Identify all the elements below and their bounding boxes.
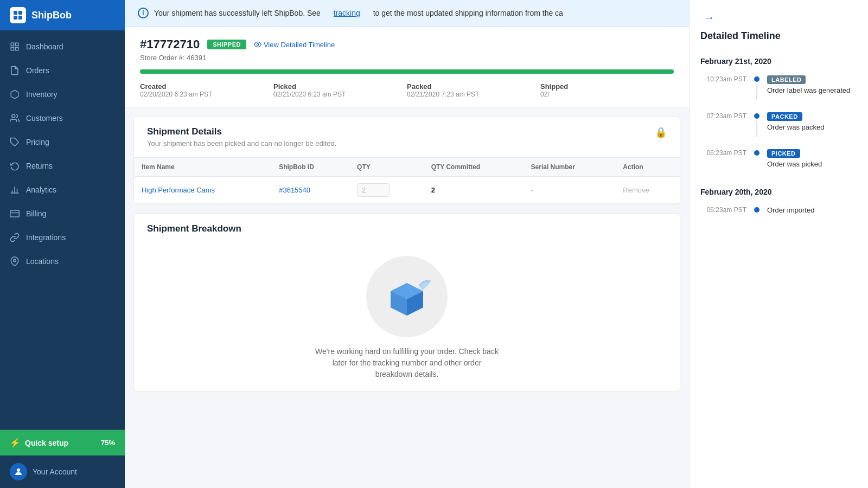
notification-suffix: to get the most updated shipping informa… bbox=[373, 9, 563, 17]
timeline-title: Detailed Timeline bbox=[690, 30, 868, 48]
tl-time-imported: 06:23am PST bbox=[700, 205, 746, 214]
tag-icon bbox=[10, 137, 20, 147]
eye-icon bbox=[254, 41, 261, 48]
sidebar-item-dashboard[interactable]: Dashboard bbox=[0, 35, 125, 59]
svg-rect-0 bbox=[14, 11, 17, 15]
tl-content-packed: PACKED Order was packed bbox=[767, 111, 857, 137]
credit-card-icon bbox=[10, 209, 20, 219]
app-name: ShipBob bbox=[31, 10, 72, 21]
notification-message: Your shipment has successfully left Ship… bbox=[154, 9, 321, 17]
sidebar-label-billing: Billing bbox=[26, 209, 46, 218]
tl-desc-imported: Order imported bbox=[767, 205, 857, 214]
timeline-entry-packed: 07:23am PST PACKED Order was packed bbox=[700, 111, 857, 137]
svg-point-18 bbox=[257, 43, 259, 46]
timeline-entry-picked: 06:23am PST PICKED Order was picked bbox=[700, 148, 857, 168]
tl-content-labeled: LABELED Order label was generated bbox=[767, 74, 857, 100]
shipment-header: #17772710 SHIPPED View Detailed Timeline… bbox=[125, 27, 689, 107]
sidebar-label-returns: Returns bbox=[26, 162, 53, 170]
quick-setup-percent: 75% bbox=[101, 439, 115, 447]
svg-point-16 bbox=[14, 259, 16, 262]
shipment-id: #17772710 bbox=[140, 37, 200, 52]
qty-input[interactable] bbox=[357, 183, 390, 197]
sidebar-item-locations[interactable]: Locations bbox=[0, 249, 125, 273]
sidebar-label-locations: Locations bbox=[26, 257, 59, 266]
app-logo[interactable]: ShipBob bbox=[0, 0, 125, 30]
details-title: Shipment Details bbox=[147, 126, 336, 137]
close-panel-button[interactable]: → bbox=[700, 9, 718, 26]
sidebar-item-billing[interactable]: Billing bbox=[0, 202, 125, 226]
shipment-breakdown-card: Shipment Breakdown bbox=[133, 213, 680, 391]
timeline-date-feb21: February 21st, 2020 bbox=[700, 57, 857, 66]
tl-desc-packed: Order was packed bbox=[767, 123, 857, 131]
quick-setup-label: Quick setup bbox=[25, 439, 68, 447]
remove-action[interactable]: Remove bbox=[615, 177, 680, 204]
shipbob-id[interactable]: #3615540 bbox=[271, 177, 349, 204]
sidebar-label-pricing: Pricing bbox=[26, 138, 49, 146]
badge-picked: PICKED bbox=[767, 149, 800, 158]
qty-cell bbox=[349, 177, 424, 204]
sidebar-item-analytics[interactable]: Analytics bbox=[0, 178, 125, 202]
step-shipped: Shipped 02/ bbox=[540, 82, 674, 98]
svg-point-17 bbox=[17, 468, 20, 472]
view-timeline-link[interactable]: View Detailed Timeline bbox=[254, 41, 335, 49]
svg-rect-6 bbox=[11, 48, 14, 50]
box-icon bbox=[10, 89, 20, 99]
tracking-link[interactable]: tracking bbox=[334, 9, 360, 17]
sidebar-item-pricing[interactable]: Pricing bbox=[0, 130, 125, 154]
svg-rect-3 bbox=[18, 16, 22, 20]
sidebar-label-integrations: Integrations bbox=[26, 233, 66, 242]
svg-rect-2 bbox=[14, 16, 17, 20]
breakdown-illustration: We're working hard on fulfilling your or… bbox=[134, 245, 680, 391]
svg-rect-1 bbox=[18, 11, 22, 15]
timeline-group-feb21: February 21st, 2020 10:23am PST LABELED … bbox=[690, 48, 868, 179]
file-icon bbox=[10, 66, 20, 75]
tl-dot-packed bbox=[754, 113, 760, 119]
box-svg bbox=[380, 269, 434, 324]
tl-dot-labeled bbox=[754, 76, 760, 82]
sidebar-bottom: ⚡ Quick setup 75% Your Account bbox=[0, 429, 125, 488]
tl-time-picked: 06:23am PST bbox=[700, 148, 746, 168]
badge-packed: PACKED bbox=[767, 112, 802, 121]
col-item-name: Item Name bbox=[134, 158, 271, 177]
svg-point-8 bbox=[12, 114, 15, 118]
info-icon: i bbox=[138, 8, 149, 18]
sidebar-item-inventory[interactable]: Inventory bbox=[0, 82, 125, 106]
shipment-details-card: Shipment Details Your shipment has been … bbox=[133, 116, 680, 204]
timeline-steps: Created 02/20/2020 6:23 am PST Picked 02… bbox=[140, 82, 674, 98]
col-shipbob-id: ShipBob ID bbox=[271, 158, 349, 177]
tl-line-labeled bbox=[756, 84, 757, 100]
details-subtitle: Your shipment has been picked and can no… bbox=[147, 139, 336, 147]
sidebar-item-integrations[interactable]: Integrations bbox=[0, 226, 125, 249]
sidebar-label-inventory: Inventory bbox=[26, 90, 58, 99]
shipped-badge: SHIPPED bbox=[207, 40, 246, 49]
quick-setup-bar[interactable]: ⚡ Quick setup 75% bbox=[0, 430, 125, 455]
panel-close-area: → bbox=[690, 0, 868, 30]
col-qty: QTY bbox=[349, 158, 424, 177]
sidebar-item-orders[interactable]: Orders bbox=[0, 59, 125, 82]
serial-number: - bbox=[524, 177, 616, 204]
sidebar-item-customers[interactable]: Customers bbox=[0, 106, 125, 130]
item-name[interactable]: High Performace Cams bbox=[134, 177, 271, 204]
bar-chart-icon bbox=[10, 185, 20, 195]
tl-desc-labeled: Order label was generated bbox=[767, 86, 857, 94]
your-account[interactable]: Your Account bbox=[0, 455, 125, 488]
logo-icon bbox=[10, 7, 26, 23]
view-timeline-label: View Detailed Timeline bbox=[264, 41, 335, 49]
tl-time-labeled: 10:23am PST bbox=[700, 74, 746, 100]
refresh-icon bbox=[10, 161, 20, 171]
content-area: #17772710 SHIPPED View Detailed Timeline… bbox=[125, 27, 689, 488]
step-packed: Packed 02/21/2020 7:23 am PST bbox=[407, 82, 540, 98]
sidebar-item-returns[interactable]: Returns bbox=[0, 154, 125, 178]
table-row: High Performace Cams #3615540 2 - Remove bbox=[134, 177, 680, 204]
timeline-date-feb20: February 20th, 2020 bbox=[700, 188, 857, 196]
sidebar-nav: Dashboard Orders Inventory bbox=[0, 30, 125, 429]
notification-bar: i Your shipment has successfully left Sh… bbox=[125, 0, 689, 27]
timeline-group-feb20: February 20th, 2020 06:23am PST Order im… bbox=[690, 179, 868, 225]
step-picked: Picked 02/21/2020 6:23 am PST bbox=[273, 82, 407, 98]
sidebar-label-analytics: Analytics bbox=[26, 185, 56, 194]
timeline-panel: → Detailed Timeline February 21st, 2020 … bbox=[689, 0, 868, 488]
breakdown-message: We're working hard on fulfilling your or… bbox=[315, 346, 499, 380]
tl-content-imported: Order imported bbox=[767, 205, 857, 214]
qty-committed: 2 bbox=[424, 177, 524, 204]
col-action: Action bbox=[615, 158, 680, 177]
